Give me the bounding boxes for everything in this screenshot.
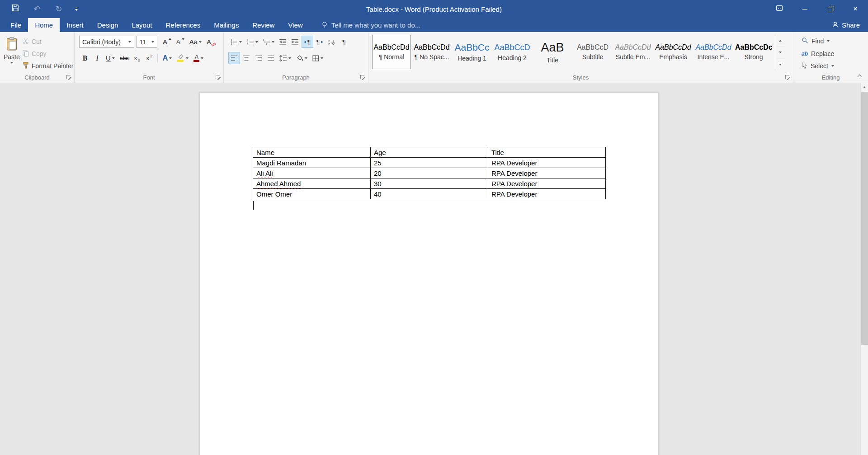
tab-design[interactable]: Design: [90, 18, 125, 32]
collapse-ribbon-button[interactable]: [855, 73, 863, 79]
format-painter-button[interactable]: Format Painter: [21, 60, 75, 72]
strikethrough-button[interactable]: abc: [118, 52, 131, 64]
table-cell[interactable]: Ali Ali: [253, 168, 371, 178]
scroll-up-button[interactable]: ▲: [861, 83, 868, 91]
increase-indent-button[interactable]: [289, 36, 301, 48]
multilevel-dropdown-icon: [272, 41, 274, 43]
style-strong[interactable]: AaBbCcDc Strong: [734, 35, 773, 69]
table-cell[interactable]: RPA Developer: [488, 178, 606, 189]
text-effects-button[interactable]: A: [160, 52, 174, 64]
style-subtle-emphasis[interactable]: AaBbCcDd Subtle Em...: [613, 35, 652, 69]
undo-button[interactable]: ↶: [26, 0, 48, 18]
font-color-button[interactable]: A: [191, 52, 206, 64]
highlight-color-button[interactable]: [175, 52, 191, 64]
tell-me-box[interactable]: Tell me what you want to do...: [321, 18, 421, 32]
style-emphasis[interactable]: AaBbCcDd Emphasis: [654, 35, 693, 69]
paragraph-row-1: 123 ¶ ¶ AZ ¶: [228, 36, 366, 48]
styles-more-button[interactable]: [775, 59, 785, 70]
rtl-text-direction-button[interactable]: ¶: [314, 36, 326, 48]
find-button[interactable]: Find: [800, 35, 866, 47]
show-formatting-marks-button[interactable]: ¶: [338, 36, 350, 48]
table-cell[interactable]: Age: [371, 147, 488, 158]
shading-button[interactable]: [294, 52, 310, 64]
table-cell[interactable]: 25: [371, 158, 488, 168]
numbering-button[interactable]: 123: [245, 36, 260, 48]
table-cell[interactable]: 40: [371, 189, 488, 199]
grow-font-button[interactable]: A: [160, 36, 174, 48]
restore-button[interactable]: [817, 0, 843, 18]
replace-button[interactable]: ab Replace: [800, 48, 866, 60]
ribbon-display-options-button[interactable]: [767, 0, 792, 18]
font-size-dropdown-icon: [151, 41, 154, 43]
style-heading-1[interactable]: AaBbCc Heading 1: [453, 35, 491, 69]
pilcrow-icon: ¶: [342, 38, 346, 45]
tab-references[interactable]: References: [159, 18, 207, 32]
document-page[interactable]: Name Age Title Magdi Ramadan 25 RPA Deve…: [199, 92, 659, 455]
style-no-spacing[interactable]: AaBbCcDd ¶ No Spac...: [412, 35, 451, 69]
font-size-select[interactable]: 11: [137, 36, 157, 48]
table-cell[interactable]: RPA Developer: [488, 168, 606, 178]
style-heading-2[interactable]: AaBbCcD Heading 2: [493, 35, 532, 69]
clear-formatting-button[interactable]: A: [204, 36, 218, 48]
redo-button[interactable]: ↻: [48, 0, 70, 18]
close-button[interactable]: ×: [843, 0, 868, 18]
multilevel-list-button[interactable]: [261, 36, 277, 48]
bold-icon: B: [83, 55, 88, 62]
table-cell[interactable]: Title: [488, 147, 606, 158]
cut-button[interactable]: Cut: [21, 36, 75, 48]
text-effects-dropdown-icon: [169, 57, 172, 59]
table-cell[interactable]: Ahmed Ahmed: [253, 178, 371, 189]
table-cell[interactable]: Name: [253, 147, 371, 158]
vertical-scrollbar[interactable]: ▲: [860, 83, 868, 455]
tell-me-placeholder: Tell me what you want to do...: [331, 21, 421, 29]
save-icon: [12, 4, 19, 14]
table-cell[interactable]: RPA Developer: [488, 158, 606, 168]
superscript-button[interactable]: x2: [143, 52, 155, 64]
line-spacing-button[interactable]: [277, 52, 293, 64]
borders-button[interactable]: [310, 52, 326, 64]
styles-scroll-up-button[interactable]: [775, 35, 785, 47]
style-subtitle[interactable]: AaBbCcD Subtitle: [573, 35, 612, 69]
align-center-button[interactable]: [241, 52, 252, 64]
customize-quick-access-toolbar-button[interactable]: [70, 0, 83, 18]
style-normal[interactable]: AaBbCcDd ¶ Normal: [372, 35, 411, 69]
table-cell[interactable]: 30: [371, 178, 488, 189]
shrink-font-button[interactable]: A: [174, 36, 187, 48]
sort-button[interactable]: AZ: [326, 36, 338, 48]
style-title[interactable]: AaB Title: [533, 35, 572, 69]
styles-scroll-down-button[interactable]: [775, 47, 785, 58]
table-cell[interactable]: Omer Omer: [253, 189, 371, 199]
copy-button[interactable]: Copy: [21, 48, 75, 60]
tab-layout[interactable]: Layout: [125, 18, 159, 32]
ltr-text-direction-button[interactable]: ¶: [302, 36, 313, 48]
table-cell[interactable]: RPA Developer: [488, 189, 606, 199]
tab-review[interactable]: Review: [245, 18, 281, 32]
underline-button[interactable]: U: [104, 52, 117, 64]
save-button[interactable]: [5, 0, 26, 18]
table-cell[interactable]: Magdi Ramadan: [253, 158, 371, 168]
align-right-button[interactable]: [253, 52, 264, 64]
minimize-button[interactable]: [792, 0, 817, 18]
tab-file[interactable]: File: [4, 18, 28, 32]
ltr-direction-icon: ¶: [304, 38, 311, 45]
quick-access-toolbar: ↶ ↻: [5, 0, 83, 18]
tab-home[interactable]: Home: [28, 18, 60, 32]
table-cell[interactable]: 20: [371, 168, 488, 178]
share-button[interactable]: Share: [826, 18, 865, 32]
tab-view[interactable]: View: [281, 18, 309, 32]
font-name-select[interactable]: Calibri (Body): [79, 36, 134, 48]
tab-mailings[interactable]: Mailings: [207, 18, 245, 32]
align-left-button[interactable]: [228, 52, 240, 64]
select-button[interactable]: Select: [800, 60, 866, 72]
bold-button[interactable]: B: [79, 52, 91, 64]
bullets-button[interactable]: [228, 36, 244, 48]
justify-button[interactable]: [265, 52, 277, 64]
italic-button[interactable]: I: [91, 52, 103, 64]
change-case-button[interactable]: Aa: [187, 36, 204, 48]
scrollbar-thumb[interactable]: [861, 92, 868, 345]
tab-insert[interactable]: Insert: [60, 18, 90, 32]
decrease-indent-button[interactable]: [277, 36, 289, 48]
paste-button[interactable]: Paste: [4, 35, 20, 74]
subscript-button[interactable]: x2: [131, 52, 143, 64]
style-intense-emphasis[interactable]: AaBbCcDd Intense E...: [694, 35, 733, 69]
